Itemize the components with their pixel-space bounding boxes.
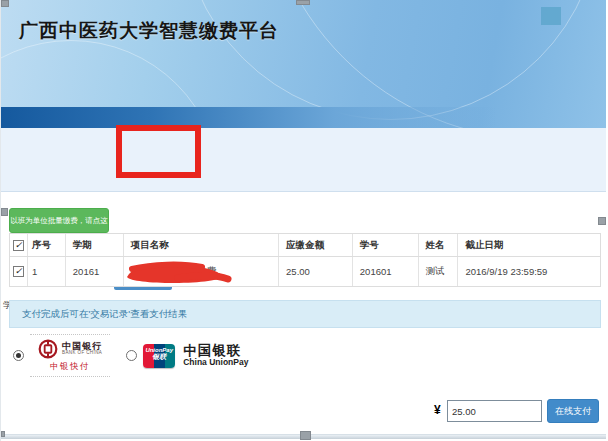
check-icon: ✓ (15, 267, 23, 276)
selection-handle-bottom-left (1, 431, 5, 437)
col-header-name: 姓名 (419, 234, 459, 256)
project-name-text: 英语二级考试报名费 (131, 265, 217, 278)
page-title: 广西中医药大学智慧缴费平台 (19, 18, 279, 44)
unionpay-card-text-cn: 银联 (143, 353, 175, 361)
selection-handle-left-middle (1, 208, 8, 216)
page: 广西中医药大学智慧缴费平台 基本信息 待缴学杂费 其它缴费 交易记录 学费项目 … (0, 0, 605, 441)
col-header-project: 项目名称 (124, 234, 279, 256)
site-banner: 广西中医药大学智慧缴费平台 (1, 0, 606, 128)
boc-logo-block: 中国银行 BANK OF CHINA 中银快付 (30, 334, 110, 377)
fees-table: ✓ 序号 学期 项目名称 应缴金额 学号 姓名 截止日期 ✓ 1 20161 英… (9, 233, 601, 287)
col-header-student-id: 学号 (353, 234, 419, 256)
cell-student-id: 201601 (353, 257, 419, 286)
cell-project: 英语二级考试报名费 (124, 257, 279, 286)
unionpay-name-cn: 中国银联 (183, 344, 248, 358)
unionpay-logo-icon: UnionPay 银联 (143, 344, 175, 368)
radio-unselected-icon[interactable] (126, 350, 137, 361)
amount-input[interactable] (447, 400, 542, 422)
online-pay-button[interactable]: 在线支付 (547, 399, 599, 423)
payment-methods: 中国银行 BANK OF CHINA 中银快付 UnionPay 银联 中国银联… (13, 334, 248, 377)
boc-name-en: BANK OF CHINA (62, 351, 102, 356)
batch-pay-button[interactable]: 以班为单位批量缴费，请点这 (9, 208, 109, 233)
cell-term: 20161 (66, 257, 124, 286)
selection-handle-right-middle (598, 217, 606, 225)
select-all-checkbox[interactable]: ✓ (13, 240, 24, 251)
payment-option-unionpay[interactable]: UnionPay 银联 中国银联 China UnionPay (126, 344, 248, 368)
col-header-deadline: 截止日期 (458, 234, 600, 256)
selection-handle-top-middle (296, 0, 310, 5)
boc-quickpay-label: 中银快付 (50, 361, 90, 373)
banner-square-decoration (541, 7, 561, 25)
col-header-term: 学期 (66, 234, 124, 256)
table-header-row: ✓ 序号 学期 项目名称 应缴金额 学号 姓名 截止日期 (10, 234, 600, 257)
red-annotation-box (116, 125, 201, 178)
table-row: ✓ 1 20161 英语二级考试报名费 25.00 201601 测试 2016… (10, 257, 600, 287)
selection-handle-top-left (1, 0, 9, 7)
col-header-seq: 序号 (28, 234, 66, 256)
unionpay-name-en: China UnionPay (183, 358, 248, 367)
navbar: 基本信息 待缴学杂费 其它缴费 交易记录 学费项目 缴费明细 选课记录 修改密码… (1, 128, 606, 192)
selection-handle-bottom-middle (300, 431, 311, 440)
cell-amount: 25.00 (279, 257, 353, 286)
check-icon: ✓ (15, 241, 23, 250)
col-header-amount: 应缴金额 (279, 234, 353, 256)
banner-dark-band (1, 107, 606, 128)
currency-label: ¥ (434, 403, 441, 417)
payment-option-boc[interactable]: 中国银行 BANK OF CHINA 中银快付 (13, 334, 110, 377)
cell-deadline: 2016/9/19 23:59:59 (458, 257, 600, 286)
radio-selected-icon[interactable] (13, 350, 24, 361)
cell-seq: 1 (28, 257, 66, 286)
boc-logo-icon (38, 339, 58, 359)
cell-name: 测试 (419, 257, 459, 286)
unionpay-card-text-en: UnionPay (143, 347, 175, 354)
row-checkbox[interactable]: ✓ (13, 266, 24, 277)
payment-notice-bar: 支付完成后可在'交易记录'查看支付结果 (9, 300, 601, 328)
